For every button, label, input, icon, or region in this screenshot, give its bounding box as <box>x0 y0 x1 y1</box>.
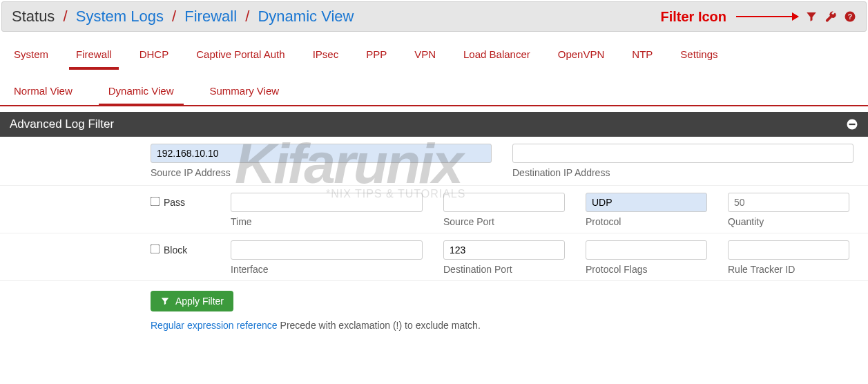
subtab-summary-view[interactable]: Summary View <box>210 85 280 105</box>
filter-icon[interactable] <box>805 10 818 23</box>
time-label: Time <box>231 216 423 227</box>
block-label: Block <box>164 244 187 256</box>
helper-text: Regular expression reference Precede wit… <box>0 314 868 340</box>
apply-filter-button[interactable]: Apply Filter <box>151 291 233 311</box>
breadcrumb-link-system-logs[interactable]: System Logs <box>76 8 164 25</box>
page-header: Status / System Logs / Firewall / Dynami… <box>1 1 867 32</box>
form-row-ip: Source IP Address Destination IP Address <box>0 137 868 186</box>
dest-ip-label: Destination IP Address <box>512 167 853 178</box>
breadcrumb-link-dynamic-view[interactable]: Dynamic View <box>258 8 354 25</box>
annotation-filter-label: Filter Icon <box>660 9 726 25</box>
tab-vpn[interactable]: VPN <box>414 48 436 70</box>
pass-checkbox[interactable] <box>151 197 160 207</box>
panel-title: Advanced Log Filter <box>10 117 114 131</box>
protocol-flags-label: Protocol Flags <box>586 264 707 275</box>
apply-filter-label: Apply Filter <box>175 296 224 307</box>
help-icon[interactable]: ? <box>844 10 856 23</box>
breadcrumb: Status / System Logs / Firewall / Dynami… <box>12 8 354 26</box>
quantity-label: Quantity <box>728 216 849 227</box>
source-ip-label: Source IP Address <box>151 167 492 178</box>
regex-reference-link[interactable]: Regular expression reference <box>151 320 278 331</box>
panel-header: Advanced Log Filter <box>0 112 868 137</box>
tab-system[interactable]: System <box>14 48 48 70</box>
interface-input[interactable] <box>231 240 423 260</box>
tab-ipsec[interactable]: IPsec <box>313 48 339 70</box>
svg-text:?: ? <box>848 12 852 21</box>
subtab-dynamic-view[interactable]: Dynamic View <box>108 85 174 105</box>
header-icons: Filter Icon ? <box>660 9 856 25</box>
rule-tracker-label: Rule Tracker ID <box>728 264 849 275</box>
time-input[interactable] <box>231 193 423 212</box>
dest-ip-input[interactable] <box>512 144 853 163</box>
tab-ppp[interactable]: PPP <box>366 48 387 70</box>
tab-openvpn[interactable]: OpenVPN <box>558 48 605 70</box>
tab-captive-portal-auth[interactable]: Captive Portal Auth <box>196 48 284 70</box>
rule-tracker-input[interactable] <box>728 240 849 260</box>
breadcrumb-root: Status <box>12 8 55 25</box>
annotation-arrow <box>736 16 798 17</box>
source-ip-input[interactable] <box>151 144 492 163</box>
funnel-icon <box>160 296 170 306</box>
tab-ntp[interactable]: NTP <box>632 48 653 70</box>
dest-port-label: Destination Port <box>443 264 565 275</box>
tab-settings[interactable]: Settings <box>680 48 717 70</box>
protocol-label: Protocol <box>586 216 707 227</box>
sub-tabs: Normal View Dynamic View Summary View <box>0 70 868 106</box>
collapse-icon[interactable] <box>846 118 858 131</box>
breadcrumb-link-firewall[interactable]: Firewall <box>184 8 237 25</box>
wrench-icon[interactable] <box>824 10 837 23</box>
form-row-pass: Pass Time Source Port Protocol Quantity <box>0 186 868 233</box>
filter-form: Source IP Address Destination IP Address… <box>0 137 868 340</box>
dest-port-input[interactable] <box>443 240 565 260</box>
subtab-normal-view[interactable]: Normal View <box>14 85 73 105</box>
interface-label: Interface <box>231 264 423 275</box>
pass-label: Pass <box>164 197 185 208</box>
tab-load-balancer[interactable]: Load Balancer <box>463 48 530 70</box>
form-row-block: Block Interface Destination Port Protoco… <box>0 233 868 281</box>
main-tabs: System Firewall DHCP Captive Portal Auth… <box>0 33 868 70</box>
svg-rect-3 <box>849 124 856 125</box>
apply-row: Apply Filter <box>0 281 868 314</box>
tab-firewall[interactable]: Firewall <box>76 48 112 70</box>
source-port-label: Source Port <box>443 216 565 227</box>
protocol-input[interactable] <box>586 193 707 212</box>
tab-dhcp[interactable]: DHCP <box>139 48 169 70</box>
source-port-input[interactable] <box>443 193 565 212</box>
helper-suffix: Precede with exclamation (!) to exclude … <box>278 320 481 331</box>
protocol-flags-input[interactable] <box>586 240 707 260</box>
quantity-input[interactable] <box>728 193 849 212</box>
block-checkbox[interactable] <box>151 244 160 254</box>
